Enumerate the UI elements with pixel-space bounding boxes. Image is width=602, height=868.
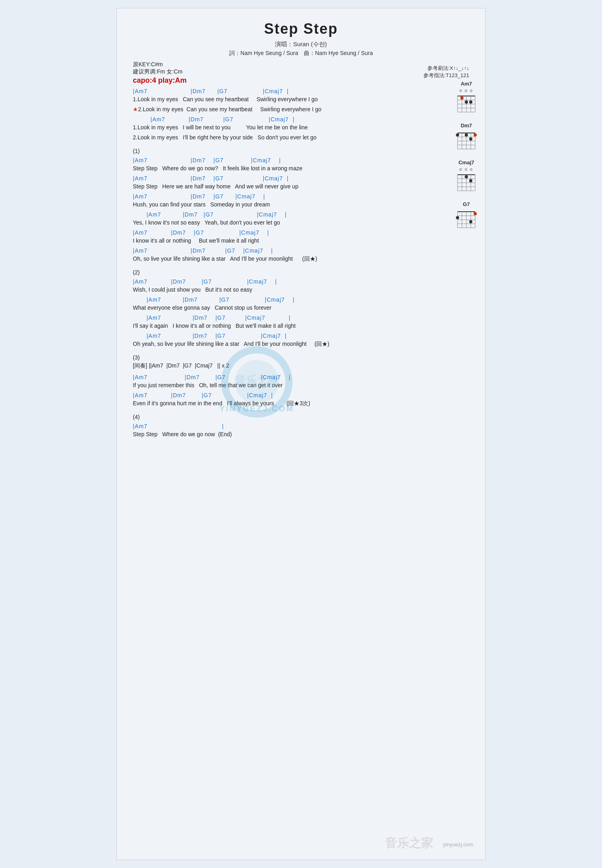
s2-chord-2: |Am7 |Dm7 |G7 |Cmaj7 | (133, 296, 425, 303)
s2-chord-1: |Am7 |Dm7 |G7 |Cmaj7 | (133, 278, 425, 285)
s1-chord-1: |Am7 |Dm7 |G7 |Cmaj7 | (133, 157, 425, 163)
s1-chord-4: |Am7 |Dm7 |G7 |Cmaj7 | (133, 211, 425, 218)
chord-diagram-dm7: Dm7 (456, 123, 477, 151)
strum-pattern: 参考刷法:X↑↓_↓↑↓ (423, 65, 469, 72)
artist-subtitle: 演唱：Suran (수란) (133, 41, 469, 48)
intro-chord-line: |Am7 |Dm7 |G7 |Cmaj7 | (133, 88, 425, 94)
s1-lyric-1: Step Step Where do we go now? It feels l… (133, 164, 425, 173)
s1-chord-5: |Am7 |Dm7 |G7 |Cmaj7 | (133, 229, 425, 236)
s3-lyric-2: Even if it's gonna hurt me in the end I'… (133, 399, 425, 408)
s2-lyric-1: Wish, I could just show you But it's not… (133, 286, 425, 294)
s3-chord-1: |Am7 |Dm7 |G7 |Cmaj7 | (133, 374, 425, 380)
original-key: 原KEY:C#m (133, 61, 469, 68)
svg-point-11 (465, 100, 468, 104)
svg-point-25 (469, 137, 472, 141)
verse-line-3: 1.Look in my eyes I will be next to you … (133, 123, 425, 132)
reference-section: 参考刷法:X↑↓_↓↑↓ 参考指法:T123_121 (423, 65, 469, 79)
s1-chord-2: |Am7 |Dm7 |G7 |Cmaj7 | (133, 175, 425, 182)
s1-chord-6: |Am7 |Dm7 |G7 |Cmaj7 | (133, 247, 425, 254)
svg-point-37 (465, 175, 468, 178)
chord-diagram-cmaj7: Cmaj7 o o o (456, 159, 477, 193)
section-2-label: (2) (133, 269, 425, 276)
s1-lyric-3: Hush, you can find your stars Someday in… (133, 200, 425, 209)
svg-point-12 (469, 100, 472, 104)
svg-point-23 (456, 133, 459, 137)
bottom-logo-text: yinyuezj.com (443, 841, 473, 848)
s2-chord-3: |Am7 |Dm7 |G7 |Cmaj7 | (133, 315, 425, 321)
capo-info: capo:4 play:Am (133, 76, 469, 85)
song-title: Step Step (133, 20, 469, 37)
section-1-label: (1) (133, 147, 425, 155)
key-section: 原KEY:C#m 建议男调:Fm 女:Cm capo:4 play:Am (133, 61, 469, 85)
s3-chord-2: |Am7 |Dm7 |G7 |Cmaj7 | (133, 392, 425, 398)
svg-point-49 (456, 216, 459, 219)
s4-lyric-1: Step Step Where do we go now (End) (133, 430, 425, 439)
suggested-key: 建议男调:Fm 女:Cm (133, 68, 469, 76)
s1-lyric-4: Yes, I know it's not so easy Yeah, but d… (133, 219, 425, 227)
chord-diagram-g7: G7 (456, 201, 477, 230)
s3-lyric-1: If you just remember this Oh, tell me th… (133, 381, 425, 390)
verse-line-1: 1.Look in my eyes Can you see my heartbe… (133, 95, 425, 104)
s2-lyric-2: What everyone else gonna say Cannot stop… (133, 304, 425, 312)
chord-diagrams: Am7 o o o Dm7 (456, 81, 477, 230)
svg-point-24 (465, 133, 468, 137)
interlude: [间奏] ||Am7 |Dm7 |G7 |Cmaj7 || x 2 (133, 361, 425, 370)
s4-chord-1: |Am7 | (133, 423, 425, 429)
s2-chord-4: |Am7 |Dm7 |G7 |Cmaj7 | (133, 333, 425, 339)
svg-point-10 (460, 96, 464, 100)
chord-diagram-am7: Am7 o o o (456, 81, 477, 114)
section-3-label: (3) (133, 354, 425, 361)
verse-line-2: ★2.Look in my eyes Can you see my heartb… (133, 105, 425, 114)
s1-lyric-5: I know it's all or nothing But we'll mak… (133, 237, 425, 245)
verse-chord-2: |Am7 |Dm7 |G7 |Cmaj7 | (133, 116, 425, 123)
s2-lyric-3: I'll say it again I know it's all or not… (133, 322, 425, 330)
s1-lyric-2: Step Step Here we are half way home And … (133, 182, 425, 191)
main-content: |Am7 |Dm7 |G7 |Cmaj7 | 1.Look in my eyes… (133, 88, 425, 439)
bottom-logo-big: 音乐之家 (385, 835, 433, 852)
songwriter-meta: 詞：Nam Hye Seung / Sura 曲：Nam Hye Seung /… (133, 50, 469, 57)
s1-chord-3: |Am7 |Dm7 |G7 |Cmaj7 | (133, 193, 425, 200)
svg-point-51 (469, 220, 472, 223)
page: Step Step 演唱：Suran (수란) 詞：Nam Hye Seung … (116, 8, 486, 860)
s1-lyric-6: Oh, so live your life shining like a sta… (133, 255, 425, 263)
section-4-label: (4) (133, 413, 425, 421)
finger-pattern: 参考指法:T123_121 (423, 72, 469, 79)
svg-point-38 (469, 179, 472, 182)
svg-point-26 (474, 133, 477, 137)
s2-lyric-4: Oh yeah, so live your life shining like … (133, 340, 425, 348)
verse-line-4: 2.Look in my eyes I'll be right here by … (133, 133, 425, 142)
svg-point-50 (474, 212, 477, 215)
